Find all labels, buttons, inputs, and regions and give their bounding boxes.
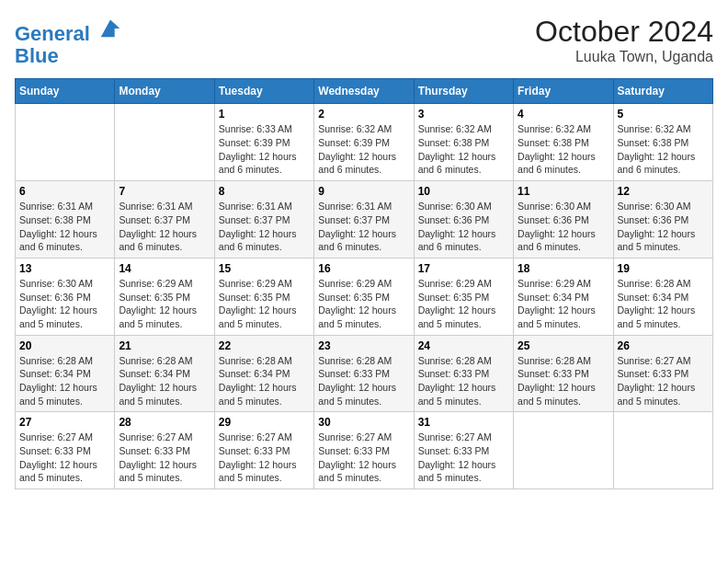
day-number: 3 <box>418 108 509 121</box>
day-info: Sunrise: 6:27 AM Sunset: 6:33 PM Dayligh… <box>418 431 509 485</box>
day-number: 28 <box>119 416 210 429</box>
day-info: Sunrise: 6:28 AM Sunset: 6:34 PM Dayligh… <box>119 354 210 408</box>
day-number: 11 <box>518 185 609 198</box>
calendar-cell: 31Sunrise: 6:27 AM Sunset: 6:33 PM Dayli… <box>414 412 513 489</box>
day-info: Sunrise: 6:28 AM Sunset: 6:33 PM Dayligh… <box>418 354 509 408</box>
calendar-cell: 25Sunrise: 6:28 AM Sunset: 6:33 PM Dayli… <box>514 335 613 412</box>
day-number: 8 <box>219 185 310 198</box>
day-info: Sunrise: 6:30 AM Sunset: 6:36 PM Dayligh… <box>618 200 709 254</box>
day-info: Sunrise: 6:29 AM Sunset: 6:35 PM Dayligh… <box>318 277 409 331</box>
day-info: Sunrise: 6:30 AM Sunset: 6:36 PM Dayligh… <box>518 200 609 254</box>
calendar-table: SundayMondayTuesdayWednesdayThursdayFrid… <box>15 78 713 489</box>
calendar-cell: 30Sunrise: 6:27 AM Sunset: 6:33 PM Dayli… <box>314 412 414 489</box>
calendar-cell: 13Sunrise: 6:30 AM Sunset: 6:36 PM Dayli… <box>16 258 115 335</box>
day-number: 9 <box>318 185 409 198</box>
calendar-cell <box>514 412 613 489</box>
day-info: Sunrise: 6:30 AM Sunset: 6:36 PM Dayligh… <box>418 200 509 254</box>
calendar-week-4: 20Sunrise: 6:28 AM Sunset: 6:34 PM Dayli… <box>16 335 713 412</box>
calendar-cell: 21Sunrise: 6:28 AM Sunset: 6:34 PM Dayli… <box>115 335 214 412</box>
weekday-header-wednesday: Wednesday <box>314 79 414 104</box>
day-info: Sunrise: 6:33 AM Sunset: 6:39 PM Dayligh… <box>219 122 310 177</box>
day-number: 25 <box>518 339 609 352</box>
day-info: Sunrise: 6:30 AM Sunset: 6:36 PM Dayligh… <box>19 277 110 331</box>
calendar-cell: 14Sunrise: 6:29 AM Sunset: 6:35 PM Dayli… <box>115 258 214 335</box>
logo-general: General <box>15 22 90 45</box>
day-number: 22 <box>219 339 310 352</box>
calendar-cell: 8Sunrise: 6:31 AM Sunset: 6:37 PM Daylig… <box>214 181 313 259</box>
day-number: 16 <box>318 262 409 275</box>
day-number: 27 <box>19 416 110 429</box>
day-info: Sunrise: 6:28 AM Sunset: 6:34 PM Dayligh… <box>219 354 310 408</box>
day-info: Sunrise: 6:31 AM Sunset: 6:37 PM Dayligh… <box>219 200 310 254</box>
calendar-cell: 28Sunrise: 6:27 AM Sunset: 6:33 PM Dayli… <box>115 412 214 489</box>
calendar-cell <box>115 104 214 181</box>
day-info: Sunrise: 6:29 AM Sunset: 6:34 PM Dayligh… <box>518 277 609 331</box>
weekday-header-saturday: Saturday <box>613 79 712 104</box>
day-info: Sunrise: 6:28 AM Sunset: 6:33 PM Dayligh… <box>318 354 409 408</box>
day-number: 12 <box>618 185 709 198</box>
calendar-week-1: 1Sunrise: 6:33 AM Sunset: 6:39 PM Daylig… <box>16 104 713 181</box>
day-info: Sunrise: 6:32 AM Sunset: 6:38 PM Dayligh… <box>518 122 609 177</box>
day-number: 20 <box>19 339 110 352</box>
calendar-cell <box>16 104 115 181</box>
day-number: 24 <box>418 339 509 352</box>
day-number: 15 <box>219 262 310 275</box>
svg-marker-0 <box>101 20 120 38</box>
day-info: Sunrise: 6:28 AM Sunset: 6:33 PM Dayligh… <box>518 354 609 408</box>
calendar-cell: 9Sunrise: 6:31 AM Sunset: 6:37 PM Daylig… <box>314 181 414 259</box>
day-info: Sunrise: 6:31 AM Sunset: 6:37 PM Dayligh… <box>119 200 210 254</box>
day-info: Sunrise: 6:29 AM Sunset: 6:35 PM Dayligh… <box>119 277 210 331</box>
calendar-week-3: 13Sunrise: 6:30 AM Sunset: 6:36 PM Dayli… <box>16 258 713 335</box>
calendar-cell: 23Sunrise: 6:28 AM Sunset: 6:33 PM Dayli… <box>314 335 414 412</box>
day-number: 5 <box>618 108 709 121</box>
day-number: 21 <box>119 339 210 352</box>
month-year: October 2024 <box>535 15 713 49</box>
calendar-cell: 29Sunrise: 6:27 AM Sunset: 6:33 PM Dayli… <box>214 412 313 489</box>
logo-blue: Blue <box>15 45 123 67</box>
calendar-cell: 6Sunrise: 6:31 AM Sunset: 6:38 PM Daylig… <box>16 181 115 259</box>
day-info: Sunrise: 6:27 AM Sunset: 6:33 PM Dayligh… <box>618 354 709 408</box>
day-info: Sunrise: 6:27 AM Sunset: 6:33 PM Dayligh… <box>119 431 210 485</box>
location: Luuka Town, Uganda <box>535 49 713 65</box>
day-number: 13 <box>19 262 110 275</box>
day-number: 23 <box>318 339 409 352</box>
page-header: General Blue October 2024 Luuka Town, Ug… <box>15 15 713 67</box>
calendar-cell: 3Sunrise: 6:32 AM Sunset: 6:38 PM Daylig… <box>414 104 513 181</box>
day-number: 18 <box>518 262 609 275</box>
day-number: 10 <box>418 185 509 198</box>
day-info: Sunrise: 6:29 AM Sunset: 6:35 PM Dayligh… <box>219 277 310 331</box>
day-number: 1 <box>219 108 310 121</box>
day-info: Sunrise: 6:28 AM Sunset: 6:34 PM Dayligh… <box>19 354 110 408</box>
calendar-week-5: 27Sunrise: 6:27 AM Sunset: 6:33 PM Dayli… <box>16 412 713 489</box>
calendar-cell: 17Sunrise: 6:29 AM Sunset: 6:35 PM Dayli… <box>414 258 513 335</box>
day-number: 14 <box>119 262 210 275</box>
day-info: Sunrise: 6:27 AM Sunset: 6:33 PM Dayligh… <box>219 431 310 485</box>
day-info: Sunrise: 6:28 AM Sunset: 6:34 PM Dayligh… <box>618 277 709 331</box>
calendar-cell: 12Sunrise: 6:30 AM Sunset: 6:36 PM Dayli… <box>613 181 712 259</box>
day-number: 6 <box>19 185 110 198</box>
day-info: Sunrise: 6:29 AM Sunset: 6:35 PM Dayligh… <box>418 277 509 331</box>
title-block: October 2024 Luuka Town, Uganda <box>535 15 713 65</box>
calendar-body: 1Sunrise: 6:33 AM Sunset: 6:39 PM Daylig… <box>16 104 713 489</box>
day-info: Sunrise: 6:31 AM Sunset: 6:38 PM Dayligh… <box>19 200 110 254</box>
weekday-header-monday: Monday <box>115 79 214 104</box>
calendar-cell: 5Sunrise: 6:32 AM Sunset: 6:38 PM Daylig… <box>613 104 712 181</box>
calendar-cell: 26Sunrise: 6:27 AM Sunset: 6:33 PM Dayli… <box>613 335 712 412</box>
calendar-cell: 4Sunrise: 6:32 AM Sunset: 6:38 PM Daylig… <box>514 104 613 181</box>
calendar-cell: 2Sunrise: 6:32 AM Sunset: 6:39 PM Daylig… <box>314 104 414 181</box>
day-info: Sunrise: 6:32 AM Sunset: 6:39 PM Dayligh… <box>318 122 409 177</box>
day-number: 7 <box>119 185 210 198</box>
day-number: 31 <box>418 416 509 429</box>
day-number: 2 <box>318 108 409 121</box>
day-info: Sunrise: 6:27 AM Sunset: 6:33 PM Dayligh… <box>19 431 110 485</box>
calendar-cell <box>613 412 712 489</box>
day-number: 4 <box>518 108 609 121</box>
calendar-cell: 16Sunrise: 6:29 AM Sunset: 6:35 PM Dayli… <box>314 258 414 335</box>
day-info: Sunrise: 6:27 AM Sunset: 6:33 PM Dayligh… <box>318 431 409 485</box>
logo: General Blue <box>15 15 123 67</box>
day-info: Sunrise: 6:32 AM Sunset: 6:38 PM Dayligh… <box>618 122 709 177</box>
calendar-cell: 18Sunrise: 6:29 AM Sunset: 6:34 PM Dayli… <box>514 258 613 335</box>
calendar-cell: 1Sunrise: 6:33 AM Sunset: 6:39 PM Daylig… <box>214 104 313 181</box>
weekday-header-thursday: Thursday <box>414 79 513 104</box>
calendar-week-2: 6Sunrise: 6:31 AM Sunset: 6:38 PM Daylig… <box>16 181 713 259</box>
